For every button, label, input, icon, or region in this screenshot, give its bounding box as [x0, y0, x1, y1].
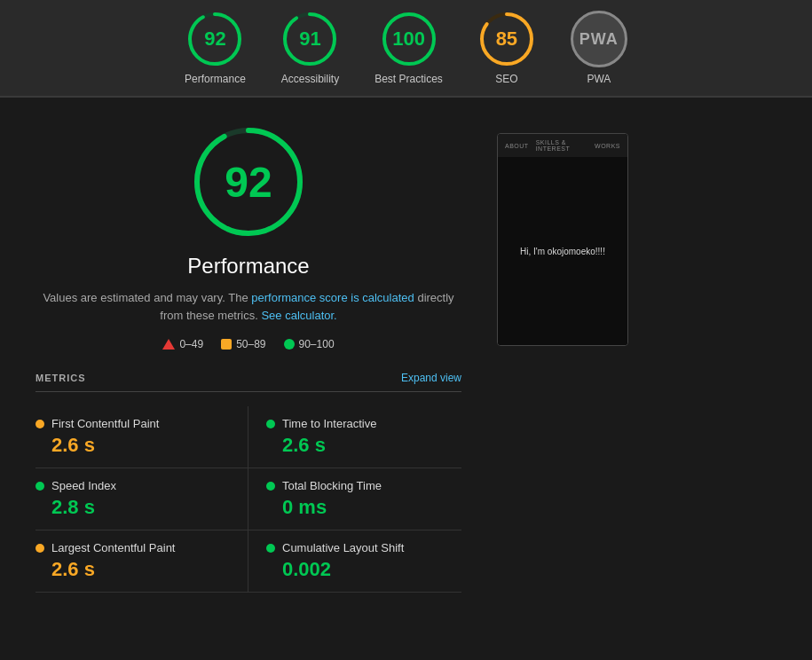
desc-text: Values are estimated and may vary. The	[43, 291, 248, 304]
left-panel: 92 Performance Values are estimated and …	[35, 124, 461, 593]
tti-value: 2.6 s	[266, 434, 461, 457]
nav-item-best-practices[interactable]: 100 Best Practices	[374, 11, 443, 85]
tbt-value: 0 ms	[266, 496, 461, 519]
fcp-label: First Contentful Paint	[51, 417, 159, 430]
expand-view-button[interactable]: Expand view	[401, 372, 461, 384]
preview-nav-skills: SKILLS & INTEREST	[536, 139, 587, 152]
legend-green-range: 90–100	[299, 338, 335, 350]
big-performance-circle: 92	[191, 124, 306, 240]
nav-item-accessibility[interactable]: 91 Accessibility	[281, 11, 339, 85]
accessibility-nav-label: Accessibility	[281, 73, 339, 85]
metrics-header: METRICS Expand view	[35, 372, 461, 392]
fcp-value: 2.6 s	[35, 434, 230, 457]
cls-label: Cumulative Layout Shift	[282, 541, 404, 554]
main-content: 92 Performance Values are estimated and …	[0, 98, 812, 619]
legend-red-range: 0–49	[179, 338, 203, 350]
accessibility-score-value: 91	[299, 28, 320, 51]
best-practices-score-circle: 100	[381, 11, 438, 67]
lcp-status-dot	[35, 544, 44, 553]
metric-lcp-header: Largest Contentful Paint	[35, 541, 230, 554]
legend-item-orange: 50–89	[221, 338, 265, 350]
metric-speed-index: Speed Index 2.8 s	[35, 468, 248, 530]
big-score-container: 92	[35, 124, 461, 240]
cls-value: 0.002	[266, 558, 461, 581]
lcp-label: Largest Contentful Paint	[51, 541, 175, 554]
best-practices-score-value: 100	[392, 28, 425, 51]
metric-cls-header: Cumulative Layout Shift	[266, 541, 461, 554]
tti-label: Time to Interactive	[282, 417, 376, 430]
nav-item-seo[interactable]: 85 SEO	[478, 11, 535, 85]
top-nav: 92 Performance 91 Accessibility 100 Best…	[0, 0, 812, 97]
legend-item-green: 90–100	[284, 338, 335, 350]
pwa-score-circle: PWA	[571, 11, 627, 67]
tti-status-dot	[266, 420, 275, 428]
performance-score-circle: 92	[186, 11, 243, 67]
green-circle-icon	[284, 339, 295, 350]
preview-nav-works: WORKS	[595, 143, 620, 149]
tbt-status-dot	[266, 482, 275, 491]
metric-fcp-header: First Contentful Paint	[35, 417, 230, 430]
metric-total-blocking-time: Total Blocking Time 0 ms	[248, 468, 461, 530]
si-value: 2.8 s	[35, 496, 230, 519]
seo-score-circle: 85	[478, 11, 535, 67]
performance-score-value: 92	[204, 28, 225, 51]
metric-first-contentful-paint: First Contentful Paint 2.6 s	[35, 406, 248, 468]
best-practices-nav-label: Best Practices	[374, 73, 443, 85]
fcp-status-dot	[35, 420, 44, 428]
accessibility-score-circle: 91	[281, 11, 338, 67]
metric-time-to-interactive: Time to Interactive 2.6 s	[248, 406, 461, 468]
metric-tti-header: Time to Interactive	[266, 417, 461, 430]
cls-status-dot	[266, 544, 275, 553]
performance-description: Values are estimated and may vary. The p…	[35, 289, 461, 324]
pwa-nav-label: PWA	[587, 73, 611, 85]
preview-nav-about: ABOUT	[505, 143, 529, 149]
legend-orange-range: 50–89	[236, 338, 265, 350]
preview-body: Hi, I'm okojomoeko!!!!	[498, 157, 627, 345]
si-status-dot	[35, 482, 44, 491]
metric-largest-contentful-paint: Largest Contentful Paint 2.6 s	[35, 530, 248, 593]
perf-score-link[interactable]: performance score is calculated	[251, 291, 414, 304]
orange-square-icon	[221, 339, 232, 350]
seo-nav-label: SEO	[495, 73, 517, 85]
lcp-value: 2.6 s	[35, 558, 230, 581]
tbt-label: Total Blocking Time	[282, 479, 382, 492]
metrics-label: METRICS	[35, 373, 86, 383]
score-legend: 0–49 50–89 90–100	[35, 338, 461, 350]
website-preview-card: ABOUT SKILLS & INTEREST WORKS Hi, I'm ok…	[497, 133, 628, 346]
preview-greeting-text: Hi, I'm okojomoeko!!!!	[513, 240, 612, 263]
metrics-grid: First Contentful Paint 2.6 s Time to Int…	[35, 406, 461, 593]
metric-tbt-header: Total Blocking Time	[266, 479, 461, 492]
red-triangle-icon	[162, 339, 175, 350]
see-calculator-link[interactable]: See calculator.	[261, 309, 336, 322]
seo-score-value: 85	[496, 28, 517, 51]
big-score-value: 92	[225, 158, 272, 207]
metric-cumulative-layout-shift: Cumulative Layout Shift 0.002	[248, 530, 461, 593]
legend-item-red: 0–49	[162, 338, 203, 350]
nav-item-pwa[interactable]: PWA PWA	[571, 11, 627, 85]
nav-item-performance[interactable]: 92 Performance	[185, 11, 246, 85]
si-label: Speed Index	[51, 479, 116, 492]
metric-si-header: Speed Index	[35, 479, 230, 492]
right-panel: ABOUT SKILLS & INTEREST WORKS Hi, I'm ok…	[497, 133, 639, 593]
preview-navigation: ABOUT SKILLS & INTEREST WORKS	[498, 134, 627, 157]
performance-nav-label: Performance	[185, 73, 246, 85]
performance-title: Performance	[35, 254, 461, 279]
